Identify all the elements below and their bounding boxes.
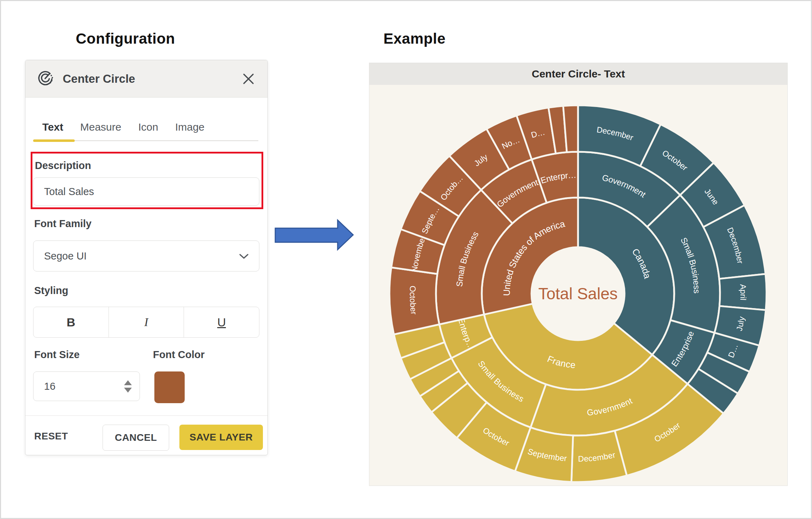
save-layer-button[interactable]: SAVE LAYER: [179, 425, 263, 450]
dialog-header: Center Circle: [25, 60, 267, 98]
sunburst-segment[interactable]: [563, 105, 578, 152]
center-circle-label: Total Sales: [538, 284, 617, 303]
stepper-down-icon[interactable]: [124, 388, 132, 393]
styling-label: Styling: [34, 285, 68, 296]
font-size-label: Font Size: [34, 349, 80, 361]
font-family-select[interactable]: Segoe UI: [33, 240, 259, 271]
tab-image[interactable]: Image: [175, 121, 204, 133]
underline-button[interactable]: U: [184, 307, 259, 337]
configuration-heading: Configuration: [76, 30, 175, 47]
tab-measure[interactable]: Measure: [80, 121, 121, 133]
example-chart-panel: Center Circle- Text CanadaFranceUnited S…: [369, 63, 788, 486]
chevron-down-icon: [239, 250, 249, 262]
sunburst-chart: CanadaFranceUnited States of AmericaGove…: [369, 85, 787, 486]
underline-glyph: U: [217, 315, 226, 329]
font-family-label: Font Family: [34, 218, 92, 230]
active-tab-underline: [33, 139, 75, 142]
tab-icon[interactable]: Icon: [138, 121, 158, 133]
chart-title: Center Circle- Text: [369, 63, 787, 85]
bold-glyph: B: [67, 315, 75, 329]
font-size-input[interactable]: [43, 380, 124, 393]
bold-button[interactable]: B: [33, 307, 109, 337]
font-color-swatch[interactable]: [154, 371, 185, 403]
description-input[interactable]: [33, 177, 259, 206]
tab-bar: Text Measure Icon Image: [33, 113, 258, 141]
dialog-title: Center Circle: [63, 72, 241, 86]
close-icon[interactable]: [241, 72, 256, 86]
stepper-arrows[interactable]: [124, 380, 132, 393]
font-color-label: Font Color: [153, 349, 205, 361]
italic-glyph: I: [144, 315, 148, 329]
reset-button[interactable]: RESET: [34, 431, 68, 442]
cancel-button[interactable]: CANCEL: [103, 425, 169, 451]
description-label: Description: [35, 160, 91, 171]
dialog-footer: RESET CANCEL SAVE LAYER: [25, 415, 267, 455]
arrow-right-icon: [272, 217, 357, 253]
font-family-value: Segoe UI: [44, 250, 239, 262]
sunburst-label: October: [408, 286, 419, 315]
italic-button[interactable]: I: [109, 307, 184, 337]
font-size-stepper: [33, 371, 140, 401]
center-circle-dialog: Center Circle Text Measure Icon Image De…: [25, 60, 268, 455]
screenshot-canvas: Configuration Example Center Circle: [0, 0, 812, 519]
styling-button-group: B I U: [33, 307, 259, 338]
tab-text[interactable]: Text: [42, 121, 63, 133]
center-circle-icon: [37, 70, 54, 88]
stepper-up-icon[interactable]: [124, 380, 132, 385]
sunburst-label: April: [738, 284, 748, 300]
example-heading: Example: [383, 30, 445, 47]
